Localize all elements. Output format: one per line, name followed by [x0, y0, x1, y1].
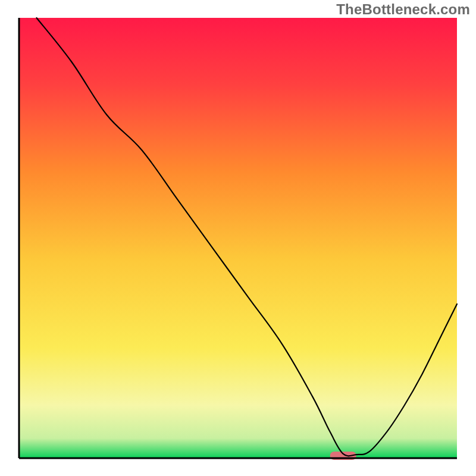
watermark-text: TheBottleneck.com	[336, 1, 470, 18]
gradient-background	[19, 18, 457, 458]
plot-area	[19, 18, 457, 460]
chart-container: TheBottleneck.com	[0, 0, 476, 476]
bottleneck-chart	[0, 0, 476, 476]
